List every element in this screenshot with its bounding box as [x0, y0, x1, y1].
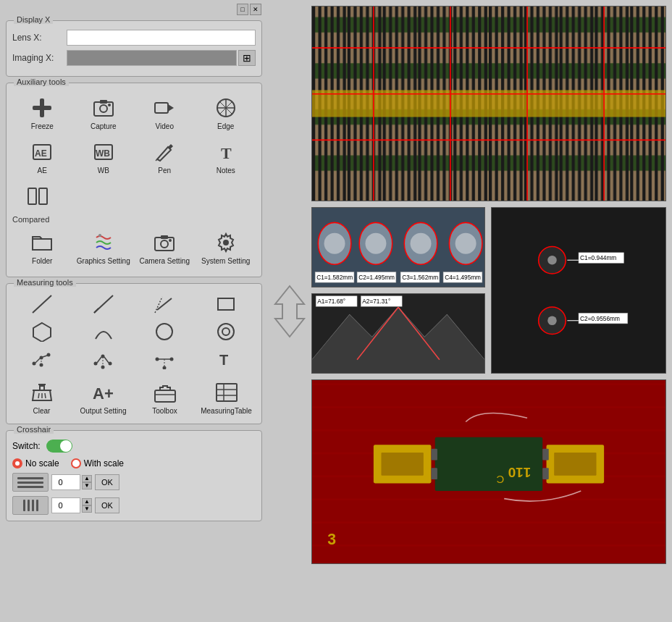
measuring-table-tool[interactable]: MeasuringTable	[197, 377, 256, 418]
edge-label: Edge	[217, 122, 234, 130]
imaging-row: Imaging X: ⊞	[12, 50, 256, 66]
vlines-spin-down[interactable]: ▼	[82, 505, 92, 513]
arc-tool[interactable]	[74, 320, 134, 343]
video-tool[interactable]: Video	[135, 92, 195, 133]
hlines-spin-down[interactable]: ▼	[82, 482, 92, 489]
small-circles-svg: C1=0.944mm C2=0.9556mm	[492, 208, 665, 373]
svg-point-92	[365, 233, 386, 254]
output-setting-tool[interactable]: A+ Output Setting	[74, 377, 133, 418]
toolbox-label: Toolbox	[152, 407, 177, 415]
folder-tool[interactable]: Folder	[12, 227, 72, 268]
svg-rect-129	[435, 437, 543, 491]
clear-tool[interactable]: Clear	[12, 377, 71, 418]
capture-icon	[91, 95, 117, 121]
compare-tool[interactable]	[12, 180, 63, 212]
svg-point-89	[324, 233, 345, 254]
line-tool-2[interactable]	[74, 293, 134, 316]
svg-text:C2=0.9556mm: C2=0.9556mm	[580, 315, 620, 322]
svg-text:C4=1.495mm: C4=1.495mm	[445, 274, 481, 281]
lens-select[interactable]: Option 1 Option 2	[67, 30, 256, 46]
circle-tool-1[interactable]	[135, 320, 195, 343]
vlines-button[interactable]	[12, 496, 49, 515]
svg-text:A2=71.31°: A2=71.31°	[362, 298, 390, 305]
svg-rect-1	[33, 106, 51, 110]
rect-tool[interactable]	[196, 293, 256, 316]
line-tool-3[interactable]	[135, 293, 195, 316]
ae-icon: AE	[29, 139, 55, 165]
bottom-image: 110 C 3	[311, 379, 666, 564]
svg-rect-65	[217, 384, 237, 401]
scale-radio-group: No scale With scale	[12, 458, 256, 468]
svg-text:C2=1.495mm: C2=1.495mm	[358, 274, 395, 281]
ae-tool[interactable]: AE AE	[12, 136, 72, 177]
dots-tool-1[interactable]	[12, 348, 72, 371]
svg-line-40	[35, 358, 40, 363]
svg-point-36	[222, 328, 230, 335]
dots-tool-2[interactable]	[74, 348, 134, 371]
svg-text:T: T	[219, 352, 228, 368]
hlines-ok-button[interactable]: OK	[95, 474, 119, 490]
svg-rect-19	[28, 188, 36, 204]
svg-point-23	[161, 240, 168, 248]
camera-setting-tool[interactable]: Camera Setting	[135, 227, 195, 268]
compared-tools-grid: Folder Graphics Setting	[12, 227, 256, 268]
svg-text:A+: A+	[93, 384, 114, 403]
toolbox-tool[interactable]: Toolbox	[135, 377, 194, 418]
lens-label: Lens X:	[12, 33, 67, 43]
edge-tool[interactable]: Edge	[196, 92, 256, 133]
svg-text:A1=71.68°: A1=71.68°	[317, 298, 345, 305]
no-scale-label: No scale	[25, 458, 59, 468]
measuring-table-icon	[214, 379, 240, 405]
notes-tool[interactable]: T Notes	[196, 136, 256, 177]
svg-point-98	[455, 233, 476, 254]
hlines-button[interactable]	[12, 473, 49, 492]
folder-icon	[29, 230, 55, 256]
notes-label: Notes	[217, 167, 235, 175]
svg-line-41	[43, 356, 47, 357]
svg-point-26	[223, 240, 229, 245]
vlines-value-input[interactable]	[51, 497, 80, 513]
no-scale-radio[interactable]: No scale	[12, 458, 59, 468]
restore-button[interactable]: □	[237, 4, 248, 15]
crosshair-toggle[interactable]	[46, 440, 72, 453]
line-tool-1[interactable]	[12, 293, 72, 316]
with-scale-radio[interactable]: With scale	[71, 458, 124, 468]
angle-svg: A1=71.68° A2=71.31°	[312, 294, 484, 373]
svg-line-48	[104, 357, 109, 363]
hlines-value-input[interactable]	[51, 474, 80, 490]
with-scale-label: With scale	[84, 458, 124, 468]
lens-row: Lens X: Option 1 Option 2	[12, 30, 256, 46]
close-button[interactable]: ✕	[250, 4, 261, 15]
pen-label: Pen	[158, 167, 171, 175]
output-setting-icon: A+	[91, 379, 117, 405]
polygon-tool[interactable]	[12, 320, 72, 343]
svg-rect-139	[542, 468, 548, 479]
svg-point-21	[98, 234, 101, 237]
svg-point-119	[547, 316, 557, 325]
svg-marker-33	[33, 323, 51, 342]
vlines-spin-up[interactable]: ▲	[82, 498, 92, 505]
measuring-table-label: MeasuringTable	[201, 407, 252, 415]
wb-icon: WB	[91, 139, 117, 165]
arrow-connector	[268, 0, 311, 622]
camera-setting-label: Camera Setting	[140, 257, 190, 265]
dots-tool-3[interactable]	[135, 348, 195, 371]
svg-point-53	[163, 366, 167, 370]
action-tools-grid: Clear A+ Output Setting	[12, 377, 256, 418]
pen-tool[interactable]: Pen	[135, 136, 195, 177]
imaging-button[interactable]: ⊞	[238, 50, 256, 66]
wb-tool[interactable]: WB WB	[74, 136, 134, 177]
graphics-setting-tool[interactable]: Graphics Setting	[74, 227, 134, 268]
freeze-tool[interactable]: Freeze	[12, 92, 72, 133]
circle-tool-2[interactable]	[196, 320, 256, 343]
edge-icon	[213, 95, 239, 121]
lens-select-wrap: Option 1 Option 2	[67, 30, 256, 46]
vlines-ok-button[interactable]: OK	[95, 497, 119, 513]
capture-tool[interactable]: Capture	[74, 92, 134, 133]
svg-line-61	[45, 393, 46, 398]
hlines-spin-up[interactable]: ▲	[82, 475, 92, 482]
text-tool[interactable]: T	[196, 348, 256, 371]
svg-text:C1=1.582mm: C1=1.582mm	[316, 274, 353, 281]
system-setting-tool[interactable]: System Setting	[196, 227, 256, 268]
svg-text:WB: WB	[96, 148, 110, 159]
